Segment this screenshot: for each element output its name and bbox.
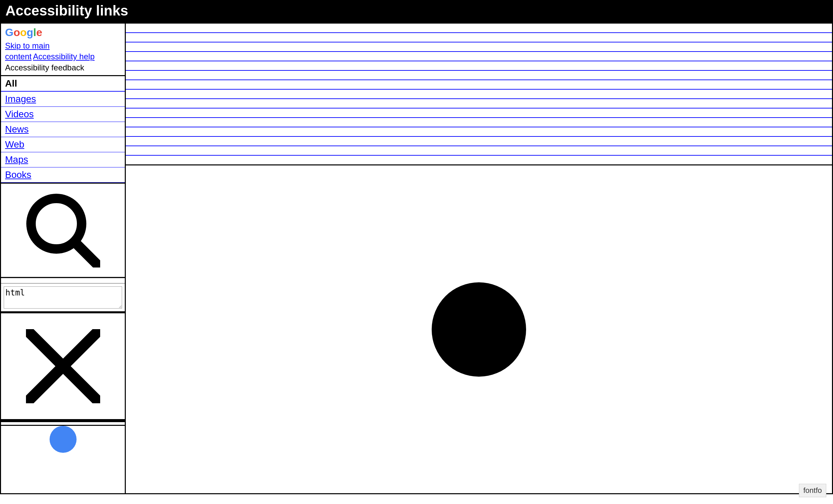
close-x-icon: [26, 329, 100, 403]
page-title-bar: Accessibility links: [0, 0, 833, 23]
textarea-row: html: [1, 283, 125, 311]
blue-line-7: [126, 89, 832, 90]
nav-item-images[interactable]: Images: [1, 92, 125, 107]
nav-item-videos[interactable]: Videos: [1, 107, 125, 122]
nav-item-web[interactable]: Web: [1, 137, 125, 152]
search-magnifier-icon: [26, 193, 100, 268]
blue-line-2: [126, 42, 832, 43]
nav-item-books[interactable]: Books: [1, 168, 125, 183]
page-title: Accessibility links: [5, 3, 128, 19]
nav-item-news[interactable]: News: [1, 122, 125, 137]
blue-line-9: [126, 108, 832, 108]
blue-line-13: [126, 146, 832, 146]
logo-letter-o2: o: [20, 26, 27, 39]
close-icon-area[interactable]: [1, 312, 125, 420]
blue-circle-icon: [50, 426, 76, 453]
accessibility-links-section: Google Skip to main contentAccessibility…: [1, 24, 125, 76]
blue-line-5: [126, 70, 832, 71]
blue-line-1: [126, 32, 832, 33]
google-logo: Google: [5, 26, 121, 39]
accessibility-links-row: Skip to main contentAccessibility help: [5, 40, 121, 62]
right-top-lines-section: [126, 24, 832, 166]
search-icon-area: [1, 184, 125, 278]
search-type-nav: All Images Videos News Web Maps Books: [1, 76, 125, 184]
blue-line-11: [126, 127, 832, 127]
bottom-divider-1: [1, 421, 125, 422]
blue-line-10: [126, 117, 832, 118]
accessibility-help-link[interactable]: Accessibility help: [33, 52, 95, 61]
logo-letter-g2: g: [27, 26, 33, 39]
right-panel: [126, 24, 832, 493]
black-circle-large-icon: [432, 282, 526, 377]
search-textarea[interactable]: html: [4, 286, 122, 309]
main-layout: Google Skip to main contentAccessibility…: [0, 23, 833, 494]
logo-letter-g: G: [5, 26, 14, 39]
nav-item-maps[interactable]: Maps: [1, 152, 125, 168]
blue-line-14: [126, 155, 832, 156]
blue-line-4: [126, 61, 832, 61]
left-panel: Google Skip to main contentAccessibility…: [1, 24, 126, 493]
logo-letter-e: e: [36, 26, 42, 39]
blue-line-12: [126, 136, 832, 137]
logo-letter-o1: o: [14, 26, 20, 39]
blue-line-6: [126, 79, 832, 80]
blue-line-8: [126, 98, 832, 99]
right-main-area: [126, 166, 832, 493]
svg-line-1: [75, 242, 98, 266]
accessibility-feedback-text: Accessibility feedback: [5, 63, 121, 72]
blue-circle-small-area: [1, 426, 125, 453]
fontfo-badge: fontfo: [799, 484, 826, 497]
blue-line-3: [126, 51, 832, 52]
bottom-left: [1, 420, 125, 453]
nav-item-all[interactable]: All: [1, 76, 125, 92]
input-section: html: [1, 278, 125, 312]
